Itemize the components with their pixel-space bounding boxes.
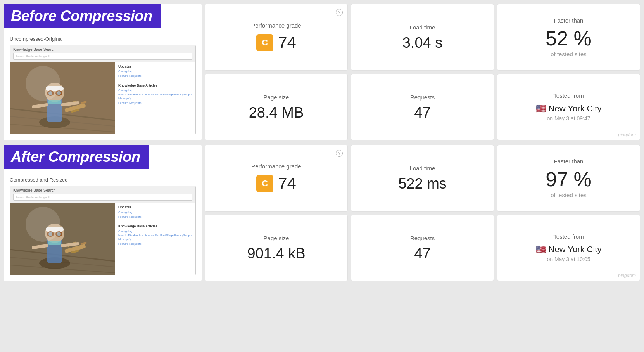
svg-line-19 [62,103,78,105]
after-kb-link-1: Changelog [118,229,192,233]
after-kb-search-placeholder: Search the Knowledge B... [16,196,52,199]
after-performance-grade-row: C 74 [256,174,296,193]
before-tested-from-city-row: 🇺🇸 New York City [536,104,602,114]
before-mock-browser-header: Knowledge Base Search Search the Knowled… [10,45,195,62]
svg-rect-32 [48,241,61,245]
after-faster-than-percent: 97 % [546,169,592,189]
after-updates-section: Updates Changelog Feature Requests [118,205,192,219]
svg-rect-8 [46,86,64,91]
svg-point-11 [48,91,52,95]
after-page-size-card: Page size 901.4 kB [205,215,348,281]
svg-line-38 [62,244,78,246]
after-hero-image-container [10,203,115,275]
after-tested-from-label: Tested from [553,233,584,240]
after-screenshot-panel: After Compression Compressed and Resized… [4,145,202,281]
before-changelog-link: Changelog [118,69,192,73]
after-kb-search-label: Knowledge Base Search [13,188,192,192]
after-faster-than-unit: % [574,168,592,191]
before-performance-label: Performance grade [251,22,301,29]
before-feature-link: Feature Requests [118,74,192,78]
before-page-size-label: Page size [264,94,289,101]
after-requests-label: Requests [410,235,435,241]
before-kb-search-label: Knowledge Base Search [13,47,192,52]
before-sidebar-divider [118,81,192,81]
after-label: After Compression [4,145,149,169]
after-grade-badge: C [256,175,273,192]
before-performance-card: ? Performance grade C 74 [205,4,348,71]
before-tested-from-card: Tested from 🇺🇸 New York City on May 3 at… [497,74,640,140]
after-tested-from-city: New York City [549,244,602,255]
before-tested-from-city: New York City [549,104,602,114]
after-performance-label: Performance grade [251,163,301,170]
before-faster-than-card: Faster than 52 % of tested sites [497,4,640,71]
after-tested-from-city-row: 🇺🇸 New York City [536,244,602,255]
before-requests-label: Requests [410,94,435,101]
after-feature-link: Feature Requests [118,215,192,219]
after-pingdom-watermark: pingdom [618,273,636,278]
after-flag-icon: 🇺🇸 [536,244,546,255]
before-pingdom-watermark: pingdom [618,132,636,137]
before-kb-link-2: How to Disable Scripts on a Per Post/Pag… [118,93,192,101]
before-kb-articles-section: Knowledge Base Articles Changelog How to… [118,83,192,105]
after-faster-than-number: 97 [546,168,568,191]
before-faster-than-unit: % [574,27,592,50]
before-kb-articles-label: Knowledge Base Articles [118,83,192,87]
after-sidebar-content: Updates Changelog Feature Requests Knowl… [115,203,195,275]
after-metrics-grid: ? Performance grade C 74 Load time 522 m… [205,145,640,281]
after-tested-from-date: on May 3 at 10:05 [547,256,590,262]
before-sidebar-content: Updates Changelog Feature Requests Knowl… [115,62,195,134]
before-load-time-label: Load time [410,24,435,31]
before-updates-label: Updates [118,64,192,68]
before-flag-icon: 🇺🇸 [536,104,546,114]
after-page-size-label: Page size [264,235,289,241]
before-tested-from-label: Tested from [553,92,584,99]
before-kb-link-1: Changelog [118,88,192,92]
before-grade-number: 74 [278,33,296,52]
before-metrics-grid: ? Performance grade C 74 Load time 3.04 … [205,4,640,140]
after-screenshot-title: Compressed and Resized [10,177,196,183]
after-screenshot-inner: Compressed and Resized Knowledge Base Se… [10,177,196,275]
before-requests-card: Requests 47 [351,74,494,140]
before-page-size-card: Page size 28.4 MB [205,74,348,140]
before-performance-help-icon[interactable]: ? [336,9,343,16]
before-faster-than-label: Faster than [554,17,584,24]
after-changelog-link: Changelog [118,210,192,214]
svg-point-30 [48,232,52,236]
before-faster-than-percent: 52 % [546,28,592,49]
after-updates-label: Updates [118,205,192,209]
after-kb-link-2: How to Disable Scripts on a Per Post/Pag… [118,234,192,241]
svg-point-9 [47,90,54,96]
before-performance-grade-row: C 74 [256,33,296,52]
before-updates-section: Updates Changelog Feature Requests [118,64,192,78]
after-faster-than-sub: of tested sites [551,192,587,198]
after-kb-link-3: Feature Requests [118,242,192,246]
before-kb-search-placeholder: Search the Knowledge B... [16,55,52,58]
after-tested-from-card: Tested from 🇺🇸 New York City on May 3 at… [497,215,640,281]
svg-point-12 [57,91,61,95]
before-screenshot-title: Uncompressed-Original [10,36,196,42]
after-mock-browser-header: Knowledge Base Search Search the Knowled… [10,186,195,203]
before-mock-browser-body: Updates Changelog Feature Requests Knowl… [10,62,195,134]
after-load-time-card: Load time 522 ms [351,145,494,212]
after-mock-browser: Knowledge Base Search Search the Knowled… [10,186,196,275]
after-load-time-value: 522 ms [398,176,447,191]
svg-point-28 [47,231,54,237]
before-hero-image-container [10,62,115,134]
before-label: Before Compression [4,4,161,28]
after-performance-help-icon[interactable]: ? [336,150,343,157]
after-kb-search-box: Search the Knowledge B... [13,194,192,201]
after-page-size-value: 901.4 kB [247,246,306,261]
before-tested-from-date: on May 3 at 09:47 [547,115,590,121]
svg-point-31 [57,232,61,236]
before-kb-search-box: Search the Knowledge B... [13,53,192,60]
before-grade-badge: C [256,34,273,51]
after-faster-than-card: Faster than 97 % of tested sites [497,145,640,212]
after-requests-card: Requests 47 [351,215,494,281]
after-requests-value: 47 [414,246,430,261]
after-sidebar-divider [118,222,192,222]
after-section: After Compression Compressed and Resized… [0,142,644,285]
before-screenshot-panel: Before Compression Uncompressed-Original… [4,4,202,140]
svg-rect-27 [46,227,64,232]
after-grade-number: 74 [278,174,296,193]
svg-line-37 [33,246,47,248]
